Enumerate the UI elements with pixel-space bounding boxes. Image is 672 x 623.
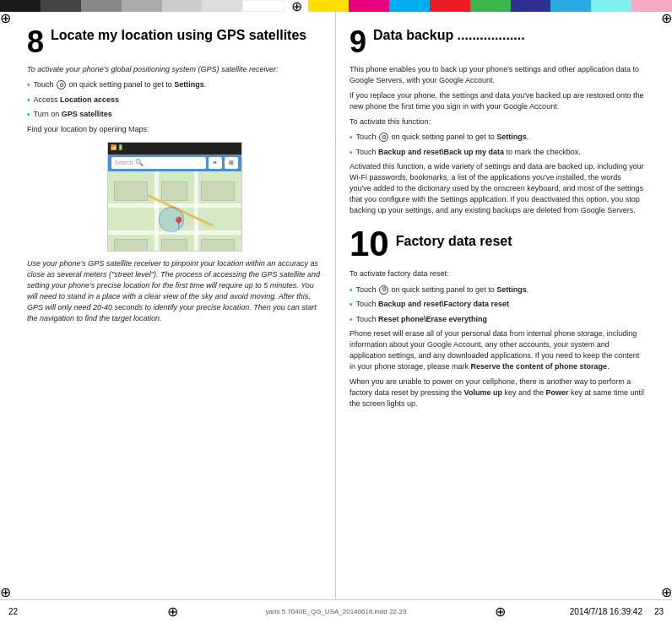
reg-mark-top-left: ⊕: [0, 12, 11, 25]
right-page-content: 9 Data backup .................. This ph…: [350, 27, 645, 409]
bottom-bar: 22 ⊕ yaris 5 7040E_QG_USA_20140616.indd …: [0, 599, 672, 623]
color-swatch-pink: [631, 0, 672, 12]
section-10-title: Factory data reset: [396, 226, 512, 249]
section-8-header: 8 Locate my location using GPS satellite…: [27, 27, 322, 57]
gear-icon-10-1: ⚙: [379, 285, 388, 295]
reg-mark-bottom-left: ⊕: [167, 604, 178, 620]
section-10-body: To activate factory data reset: • Touch …: [350, 268, 645, 409]
bullet-dot-9-1: •: [350, 132, 353, 144]
map-layers: ⊞: [229, 159, 234, 167]
map-search-bar: Search 🔍: [111, 157, 206, 169]
color-swatch-green: [470, 0, 511, 12]
gear-icon-1: ⚙: [57, 80, 66, 89]
map-block-3: [201, 181, 235, 201]
section-9-title: Data backup ..................: [373, 27, 525, 43]
map-block-5: [161, 239, 188, 251]
section-9-bullet-1: • Touch ⚙ on quick setting panel to get …: [350, 132, 645, 144]
section-8-intro: To activate your phone's global position…: [27, 64, 322, 75]
map-area: 📍: [108, 171, 241, 252]
page-number-left: 22: [8, 607, 159, 616]
map-bars: ≡: [213, 159, 216, 167]
map-image: 📶 🔋 Search 🔍 ≡ ⊞: [107, 142, 242, 252]
bullet-text-10-2: Touch Backup and reset\Factory data rese…: [356, 299, 645, 310]
map-carrier: 📶 🔋: [111, 144, 239, 152]
color-bar: ⊕: [0, 0, 672, 12]
bullet-text-10-1: Touch ⚙ on quick setting panel to get to…: [356, 284, 645, 295]
map-block-2: [161, 181, 188, 201]
bullet-dot-10-1: •: [350, 284, 353, 297]
bullet-text-9-2: Touch Backup and reset\Back up my data t…: [356, 147, 645, 158]
section-8-bullet-3: • Turn on GPS satellites: [27, 109, 322, 122]
color-swatch-cyan: [389, 0, 430, 12]
map-search-icon: 🔍: [135, 158, 144, 168]
map-label: Find your location by opening Maps:: [27, 124, 322, 135]
section-8-container: 8 Locate my location using GPS satellite…: [27, 27, 322, 324]
map-menu-icon: ≡: [209, 157, 222, 169]
color-swatch-ltblue: [550, 0, 591, 12]
section-10-number: 10: [350, 226, 389, 262]
section-9-number: 9: [350, 27, 366, 57]
color-swatch-ltcyan: [591, 0, 631, 12]
bullet-dot-10-3: •: [350, 314, 353, 327]
section-9-p4: Activated this function, a wide variety …: [350, 161, 645, 216]
bullet-dot-3: •: [27, 109, 30, 122]
bullet-dot-1: •: [27, 79, 30, 92]
color-swatch-magenta: [349, 0, 389, 12]
map-accuracy-circle: [159, 207, 184, 232]
section-9-p3: To activate this function:: [350, 116, 645, 127]
section-9-p2: If you replace your phone, the settings …: [350, 90, 645, 112]
map-toolbar: Search 🔍 ≡ ⊞: [108, 154, 241, 171]
page-number-right: 2014/7/18 16:39:42 23: [514, 607, 664, 616]
filename-label: yaris 5 7040E_QG_USA_20140616.indd 22-23: [187, 608, 486, 615]
map-block-6: [201, 239, 235, 251]
color-swatch-gray1: [81, 0, 122, 12]
map-block-4: [114, 239, 148, 251]
section-10-p2: Phone reset will erase all of your perso…: [350, 328, 645, 372]
main-content: ⊕ ⊕ 8 Locate my location using GPS satel…: [0, 12, 672, 599]
section-10-bullet-2: • Touch Backup and reset\Factory data re…: [350, 299, 645, 312]
section-10-bullet-1: • Touch ⚙ on quick setting panel to get …: [350, 284, 645, 297]
page-right: ⊕ ⊕ 9 Data backup .................. Thi…: [336, 12, 672, 599]
bullet-text-3: Turn on GPS satellites: [34, 109, 322, 120]
reg-mark-bottom-right: ⊕: [495, 604, 506, 620]
section-10-header: 10 Factory data reset: [350, 226, 645, 262]
map-status-bar: 📶 🔋: [108, 143, 241, 154]
bullet-dot-2: •: [27, 95, 30, 107]
section-8-body-text: Use your phone's GPS satellite receiver …: [27, 258, 322, 324]
map-layers-icon: ⊞: [225, 157, 238, 169]
reg-mark-bottom-right: ⊕: [661, 586, 672, 599]
color-swatch-blue: [511, 0, 551, 12]
map-road-v1: [154, 171, 159, 252]
section-9-bullet-2: • Touch Backup and reset\Back up my data…: [350, 147, 645, 160]
section-9-body: This phone enables you to back up your p…: [350, 64, 645, 216]
color-swatch-gray2: [122, 0, 162, 12]
bullet-text-1: Touch ⚙ on quick setting panel to get to…: [34, 79, 322, 90]
reg-mark-bottom-left: ⊕: [0, 586, 11, 599]
section-8-bullet-2: • Access Location access: [27, 95, 322, 107]
color-swatch-gray4: [202, 0, 242, 12]
section-10-bullet-3: • Touch Reset phone\Erase everything: [350, 314, 645, 327]
map-block-1: [114, 181, 148, 201]
color-swatch-red: [430, 0, 470, 12]
map-road-v2: [194, 171, 198, 252]
section-9-p1: This phone enables you to back up your p…: [350, 64, 645, 86]
bullet-text-10-3: Touch Reset phone\Erase everything: [356, 314, 645, 325]
map-search-text: Search: [115, 159, 133, 167]
section-8-body: To activate your phone's global position…: [27, 64, 322, 324]
color-swatch-white: [242, 0, 285, 12]
bullet-dot-10-2: •: [350, 299, 353, 312]
section-8-bullet-1: • Touch ⚙ on quick setting panel to get …: [27, 79, 322, 92]
section-8-title: Locate my location using GPS satellites: [51, 27, 306, 43]
bullet-text-2: Access Location access: [34, 95, 322, 106]
section-10-p1: To activate factory data reset:: [350, 268, 645, 279]
color-swatch-black2: [41, 0, 81, 12]
section-9-header: 9 Data backup ..................: [350, 27, 645, 57]
section-10-p3: When you are unable to power on your cel…: [350, 377, 645, 409]
color-swatch-black1: [0, 0, 41, 12]
section-8-number: 8: [27, 27, 44, 57]
bullet-dot-9-2: •: [350, 147, 353, 160]
bullet-text-9-1: Touch ⚙ on quick setting panel to get to…: [356, 132, 645, 143]
page-left: ⊕ ⊕ 8 Locate my location using GPS satel…: [0, 12, 336, 599]
color-swatch-gray3: [162, 0, 203, 12]
registration-mark-top: ⊕: [285, 0, 308, 12]
